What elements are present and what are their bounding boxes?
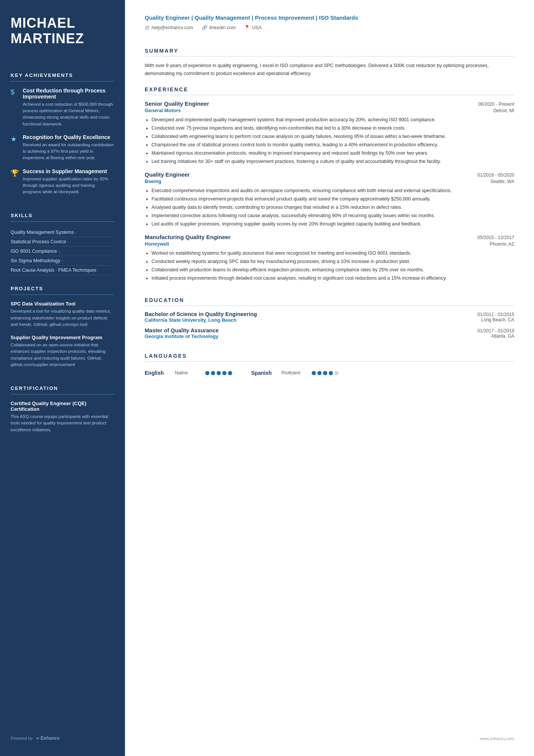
linkedin-icon: 🔗 <box>201 25 208 30</box>
dot-es-2 <box>317 371 322 375</box>
job-3-company: Honeywell <box>145 241 169 247</box>
main-content: Quality Engineer | Quality Management | … <box>125 0 534 756</box>
job-3-company-row: Honeywell Phoenix, AZ <box>145 241 514 247</box>
email-text: help@enhancv.com <box>151 25 193 30</box>
job-3-header: Manufacturing Quality Engineer 05/2015 -… <box>145 234 514 240</box>
edu-1-date: 01/2011 - 01/2015 <box>478 312 514 317</box>
email-icon: @ <box>145 25 150 30</box>
job-2-bullet-1: Executed comprehensive inspections and a… <box>151 187 514 194</box>
job-2-bullets: Executed comprehensive inspections and a… <box>145 187 514 229</box>
job-1-company-row: General Motors Detroit, MI <box>145 108 514 113</box>
job-2-role: Quality Engineer <box>145 171 190 178</box>
sidebar: MICHAELMARTINEZ KEY ACHIEVEMENTS $ Cost … <box>0 0 125 756</box>
lang-spanish-name: Spanish <box>251 370 278 376</box>
achievement-item-1: $ Cost Reduction through Process Improve… <box>11 88 114 127</box>
dot-es-3 <box>323 371 327 375</box>
achievement-desc-3: Improved supplier qualification rates by… <box>23 176 114 196</box>
languages-row: English Native Spanish Proficient <box>145 370 514 376</box>
project-title-1: SPC Data Visualization Tool <box>11 301 114 307</box>
job-1-bullet-2: Conducted over 75 precise inspections an… <box>151 124 514 132</box>
job-2-company-row: Boeing Seattle, WA <box>145 178 514 184</box>
dot-es-5 <box>334 371 339 375</box>
dot-en-1 <box>205 371 209 375</box>
lang-english-name: English <box>145 370 171 376</box>
main-footer: www.enhancv.com <box>145 725 514 741</box>
job-1-bullet-4: Championed the use of statistical proces… <box>151 141 514 149</box>
job-2-company: Boeing <box>145 178 161 184</box>
job-2-bullet-4: Implemented corrective actions following… <box>151 212 514 219</box>
job-3-bullet-4: Initiated process improvements through d… <box>151 274 514 282</box>
dot-en-3 <box>217 371 221 375</box>
trophy-icon: 🏆 <box>11 169 19 177</box>
lang-english-dots <box>205 371 232 375</box>
achievement-title-3: Success in Supplier Management <box>23 168 114 174</box>
main-header-title: Quality Engineer | Quality Management | … <box>145 14 514 22</box>
achievement-title-2: Recognition for Quality Excellence <box>23 134 114 140</box>
edu-1-header: Bachelor of Science in Quality Engineeri… <box>145 311 514 317</box>
contact-bar: @ help@enhancv.com 🔗 linkedin.com 📍 USA <box>145 25 514 30</box>
edu-2-degree: Master of Quality Assurance <box>145 327 219 333</box>
edu-2-institution-row: Georgia Institute of Technology Atlanta,… <box>145 333 514 339</box>
job-1-header: Senior Quality Engineer 06/2020 - Presen… <box>145 100 514 107</box>
contact-location: 📍 USA <box>244 25 262 30</box>
job-1-bullet-3: Collaborated with engineering teams to p… <box>151 133 514 140</box>
project-item-1: SPC Data Visualization Tool Developed a … <box>11 301 114 328</box>
job-3-role: Manufacturing Quality Engineer <box>145 234 231 240</box>
enhancv-brand: ∞ Enhancv <box>35 736 59 741</box>
job-3-bullet-3: Collaborated with production teams to de… <box>151 266 514 274</box>
project-title-2: Supplier Quality Improvement Program <box>11 335 114 340</box>
achievement-desc-1: Achieved a cost reduction of $500,000 th… <box>23 101 114 127</box>
edu-2-header: Master of Quality Assurance 01/2017 - 01… <box>145 327 514 333</box>
dot-es-4 <box>329 371 333 375</box>
lang-spanish: Spanish Proficient <box>251 370 339 376</box>
project-desc-2: Collaborated on an open-source initiativ… <box>11 342 114 368</box>
sidebar-footer: Powered by ∞ Enhancv <box>11 720 114 741</box>
job-3-location: Phoenix, AZ <box>490 241 514 247</box>
projects-title: PROJECTS <box>11 286 114 291</box>
edu-1-institution: California State University, Long Beach <box>145 317 236 323</box>
achievement-title-1: Cost Reduction through Process Improveme… <box>23 88 114 100</box>
project-desc-1: Developed a tool for visualizing quality… <box>11 308 114 328</box>
dot-en-4 <box>222 371 226 375</box>
job-1-role: Senior Quality Engineer <box>145 100 209 107</box>
cert-description: This ASQ course equips participants with… <box>11 413 114 433</box>
dollar-icon: $ <box>11 88 19 96</box>
job-2-date: 01/2018 - 05/2020 <box>478 172 514 178</box>
dot-en-2 <box>211 371 215 375</box>
job-3-bullet-1: Worked on establishing systems for quali… <box>151 249 514 257</box>
edu-2-date: 01/2017 - 01/2019 <box>478 328 514 333</box>
certification-title: CERTIFICATION <box>11 385 114 391</box>
job-1-bullets: Developed and implemented quality manage… <box>145 116 514 166</box>
lang-spanish-dots <box>312 371 339 375</box>
job-3-bullets: Worked on establishing systems for quali… <box>145 249 514 283</box>
skill-1: Quality Management Systems · <box>11 228 114 237</box>
candidate-name: MICHAELMARTINEZ <box>11 15 114 47</box>
job-2-location: Seattle, WA <box>490 179 514 184</box>
achievements-title: KEY ACHIEVEMENTS <box>11 72 114 78</box>
languages-section-title: LANGUAGES <box>145 353 514 359</box>
lang-english: English Native <box>145 370 232 376</box>
dot-en-5 <box>228 371 232 375</box>
skill-2: Statistical Process Control · <box>11 237 114 247</box>
project-item-2: Supplier Quality Improvement Program Col… <box>11 335 114 368</box>
job-1-location: Detroit, MI <box>493 108 514 113</box>
cert-name: Certified Quality Engineer (CQE) Certifi… <box>11 401 114 412</box>
lang-english-level: Native <box>175 370 201 376</box>
job-1-company: General Motors <box>145 108 181 113</box>
summary-body: With over 8 years of experience in quali… <box>145 62 514 77</box>
job-2-bullet-3: Analysed quality data to identify trends… <box>151 203 514 211</box>
dot-es-1 <box>312 371 316 375</box>
job-1-bullet-1: Developed and implemented quality manage… <box>151 116 514 124</box>
achievement-item-3: 🏆 Success in Supplier Management Improve… <box>11 168 114 196</box>
location-text: USA <box>252 25 262 30</box>
experience-section-title: EXPERIENCE <box>145 86 514 92</box>
skill-4: Six Sigma Methodology · <box>11 256 114 266</box>
location-icon: 📍 <box>244 25 250 30</box>
skill-5: Root Cause Analysis · FMEA Techniques <box>11 266 114 275</box>
achievement-desc-2: Received an award for outstanding contri… <box>23 142 114 161</box>
job-3-bullet-2: Conducted weekly reports analyzing SPC d… <box>151 258 514 265</box>
website-url: www.enhancv.com <box>480 736 514 741</box>
job-1-date: 06/2020 - Present <box>478 102 514 107</box>
achievement-item-2: ★ Recognition for Quality Excellence Rec… <box>11 134 114 161</box>
job-1-bullet-5: Maintained rigorous documentation protoc… <box>151 149 514 157</box>
